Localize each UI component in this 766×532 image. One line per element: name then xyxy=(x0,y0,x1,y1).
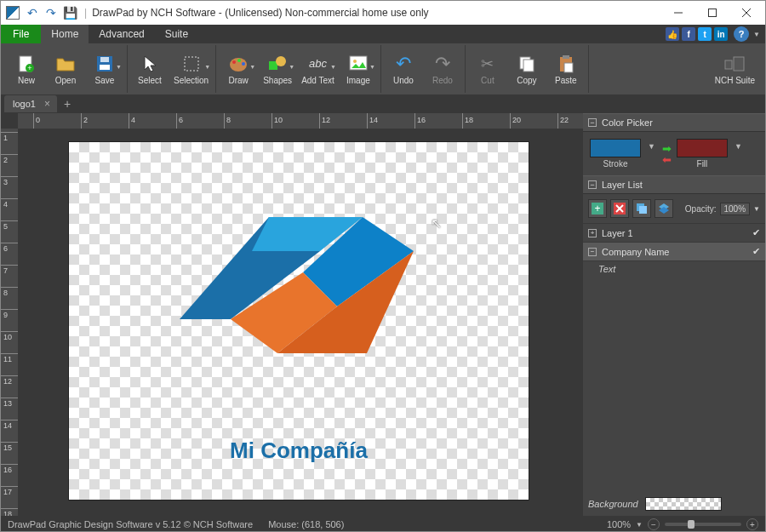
delete-layer-button[interactable] xyxy=(610,199,629,218)
draw-button[interactable]: Draw▼ xyxy=(220,45,257,93)
svg-rect-22 xyxy=(563,55,569,59)
open-icon xyxy=(54,54,77,74)
help-button[interactable]: ? xyxy=(734,26,749,42)
chevron-down-icon[interactable]: ▼ xyxy=(636,521,643,529)
opacity-value[interactable]: 100% xyxy=(720,203,751,215)
svg-text:+: + xyxy=(27,64,31,72)
zoom-out-button[interactable]: − xyxy=(648,518,660,530)
minimize-button[interactable] xyxy=(661,1,695,25)
chevron-down-icon[interactable]: ▼ xyxy=(646,142,657,151)
save-quick-button[interactable]: 💾 xyxy=(61,4,78,21)
canvas-viewport[interactable]: Mi Compañía xyxy=(18,129,583,516)
tab-suite[interactable]: Suite xyxy=(155,25,198,43)
svg-point-16 xyxy=(276,56,286,66)
svg-point-18 xyxy=(353,60,357,63)
logo-text[interactable]: Mi Compañía xyxy=(230,438,368,464)
help-dropdown-icon[interactable]: ▼ xyxy=(753,31,760,38)
close-tab-icon[interactable]: × xyxy=(44,98,50,110)
svg-text:+: + xyxy=(594,203,600,215)
undo-quick-button[interactable]: ↶ xyxy=(24,4,41,21)
chevron-down-icon[interactable]: ▼ xyxy=(330,64,336,70)
text-icon: abc xyxy=(307,54,329,74)
svg-rect-9 xyxy=(100,57,109,62)
undo-button[interactable]: ↶Undo xyxy=(385,45,422,93)
redo-quick-button[interactable]: ↷ xyxy=(43,4,60,21)
image-icon xyxy=(347,54,369,74)
cut-button[interactable]: ✂Cut xyxy=(469,45,506,93)
new-button[interactable]: +New xyxy=(8,45,45,93)
chevron-down-icon[interactable]: ▼ xyxy=(204,64,210,70)
shapes-button[interactable]: Shapes▼ xyxy=(259,45,296,93)
tab-file[interactable]: File xyxy=(1,25,41,43)
layer-row[interactable]: − Company Name ✔ xyxy=(583,243,765,261)
expand-icon[interactable]: + xyxy=(588,229,597,237)
chevron-down-icon[interactable]: ▼ xyxy=(116,64,122,70)
sublayer-row[interactable]: Text xyxy=(583,261,765,277)
marquee-icon xyxy=(180,54,203,74)
document-tab-label: logo1 xyxy=(13,99,36,109)
window-title: DrawPad by NCH Software - (Unlicensed) N… xyxy=(92,7,428,19)
svg-point-14 xyxy=(242,62,245,66)
logo-graphic[interactable] xyxy=(158,183,439,387)
collapse-icon[interactable]: − xyxy=(588,248,597,256)
zoom-in-button[interactable]: + xyxy=(746,518,758,530)
open-button[interactable]: Open xyxy=(47,45,84,93)
twitter-icon[interactable]: t xyxy=(698,27,712,41)
add-layer-button[interactable]: + xyxy=(588,199,607,218)
background-swatch[interactable] xyxy=(645,497,722,511)
facebook-icon[interactable]: f xyxy=(682,27,695,41)
tab-home[interactable]: Home xyxy=(41,25,89,43)
like-icon[interactable]: 👍 xyxy=(666,27,679,41)
swap-colors-button[interactable]: ➡⬅ xyxy=(662,143,672,165)
chevron-down-icon[interactable]: ▼ xyxy=(289,64,294,70)
svg-rect-37 xyxy=(639,206,647,214)
selection-button[interactable]: Selection▼ xyxy=(170,45,212,93)
canvas[interactable]: Mi Compañía xyxy=(69,142,529,500)
svg-rect-8 xyxy=(100,65,110,70)
save-icon xyxy=(94,54,116,74)
maximize-button[interactable] xyxy=(695,1,729,25)
document-tabs: logo1 × + xyxy=(1,94,765,113)
copy-button[interactable]: Copy xyxy=(508,45,546,93)
linkedin-icon[interactable]: in xyxy=(714,27,728,41)
ribbon: +New Open Save▼ Select Selection▼ Draw▼ … xyxy=(1,43,765,94)
chevron-down-icon[interactable]: ▼ xyxy=(369,64,375,70)
document-tab[interactable]: logo1 × xyxy=(4,95,57,112)
collapse-icon[interactable]: − xyxy=(588,180,597,189)
ribbon-tabs: File Home Advanced Suite 👍 f t in ? ▼ xyxy=(1,25,765,43)
cursor-icon xyxy=(139,54,161,74)
nchsuite-button[interactable]: NCH Suite xyxy=(712,45,758,93)
duplicate-layer-button[interactable] xyxy=(632,199,651,218)
visibility-icon[interactable]: ✔ xyxy=(752,227,760,238)
svg-point-12 xyxy=(232,60,236,64)
tab-advanced[interactable]: Advanced xyxy=(89,25,154,43)
background-row: Background xyxy=(583,492,765,516)
stroke-swatch[interactable] xyxy=(590,139,641,157)
layerlist-header[interactable]: − Layer List xyxy=(583,175,765,194)
layer-row[interactable]: + Layer 1 ✔ xyxy=(583,224,765,243)
workarea: 0246810121416182022 12345678910111213141… xyxy=(1,113,765,516)
new-tab-button[interactable]: + xyxy=(64,97,71,111)
shapes-icon xyxy=(266,54,289,74)
status-mouse: Mouse: (618, 506) xyxy=(268,519,344,529)
close-button[interactable] xyxy=(729,1,763,25)
paste-button[interactable]: Paste xyxy=(547,45,585,93)
colorpicker-header[interactable]: − Color Picker xyxy=(583,113,765,132)
svg-point-13 xyxy=(237,59,241,62)
svg-rect-20 xyxy=(523,60,534,72)
addtext-button[interactable]: abcAdd Text▼ xyxy=(298,45,338,93)
visibility-icon[interactable]: ✔ xyxy=(752,246,760,257)
collapse-icon[interactable]: − xyxy=(588,118,597,127)
fill-swatch[interactable] xyxy=(677,139,728,157)
redo-button[interactable]: ↷Redo xyxy=(424,45,461,93)
statusbar: DrawPad Graphic Design Software v 5.12 ©… xyxy=(1,516,765,532)
select-button[interactable]: Select xyxy=(131,45,169,93)
colorpicker-body: Stroke ▼ ➡⬅ Fill ▼ xyxy=(583,132,765,175)
zoom-slider[interactable] xyxy=(665,523,741,526)
merge-layer-button[interactable] xyxy=(655,199,673,218)
chevron-down-icon[interactable]: ▼ xyxy=(733,142,744,151)
save-button[interactable]: Save▼ xyxy=(86,45,123,93)
image-button[interactable]: Image▼ xyxy=(340,45,377,93)
chevron-down-icon[interactable]: ▼ xyxy=(753,205,760,213)
chevron-down-icon[interactable]: ▼ xyxy=(249,64,255,70)
